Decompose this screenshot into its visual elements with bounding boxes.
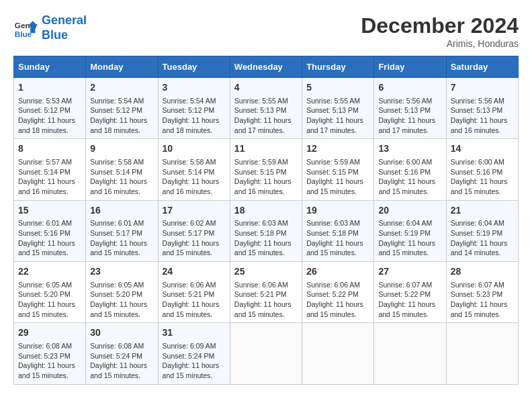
calendar-week-4: 22Sunrise: 6:05 AMSunset: 5:20 PMDayligh… [14, 262, 519, 323]
sunset-text: Sunset: 5:24 PM [90, 352, 142, 360]
calendar-cell: 20Sunrise: 6:04 AMSunset: 5:19 PMDayligh… [374, 200, 446, 261]
sunrise-text: Sunrise: 5:54 AM [163, 97, 216, 105]
calendar-cell: 1Sunrise: 5:53 AMSunset: 5:12 PMDaylight… [14, 78, 86, 139]
calendar-cell: 3Sunrise: 5:54 AMSunset: 5:12 PMDaylight… [158, 78, 230, 139]
sunrise-text: Sunrise: 6:03 AM [234, 219, 288, 227]
day-header-monday: Monday [86, 56, 158, 78]
calendar-week-1: 1Sunrise: 5:53 AMSunset: 5:12 PMDaylight… [14, 78, 519, 139]
calendar-cell: 22Sunrise: 6:05 AMSunset: 5:20 PMDayligh… [14, 262, 86, 323]
day-number: 27 [378, 265, 441, 279]
sunset-text: Sunset: 5:20 PM [90, 290, 142, 298]
calendar-cell: 12Sunrise: 5:59 AMSunset: 5:15 PMDayligh… [302, 139, 374, 200]
daylight-text: Daylight: 11 hours and 15 minutes. [378, 239, 435, 257]
sunset-text: Sunset: 5:23 PM [18, 352, 71, 360]
day-number: 14 [451, 142, 514, 156]
sunrise-text: Sunrise: 5:56 AM [451, 97, 504, 105]
day-number: 4 [234, 81, 298, 95]
daylight-text: Daylight: 11 hours and 14 minutes. [451, 239, 508, 257]
daylight-text: Daylight: 11 hours and 18 minutes. [163, 116, 220, 134]
calendar-cell: 10Sunrise: 5:58 AMSunset: 5:14 PMDayligh… [158, 139, 230, 200]
calendar-cell: 7Sunrise: 5:56 AMSunset: 5:13 PMDaylight… [446, 78, 518, 139]
calendar-cell: 5Sunrise: 5:55 AMSunset: 5:13 PMDaylight… [302, 78, 374, 139]
day-number: 23 [90, 265, 153, 279]
daylight-text: Daylight: 11 hours and 16 minutes. [234, 177, 292, 195]
daylight-text: Daylight: 11 hours and 17 minutes. [234, 116, 292, 134]
daylight-text: Daylight: 11 hours and 15 minutes. [163, 300, 220, 318]
calendar-cell: 29Sunrise: 6:08 AMSunset: 5:23 PMDayligh… [14, 323, 86, 384]
day-number: 11 [234, 142, 298, 156]
logo-text: General Blue [42, 13, 87, 42]
sunset-text: Sunset: 5:22 PM [306, 290, 359, 298]
sunset-text: Sunset: 5:12 PM [163, 106, 215, 114]
calendar-cell: 15Sunrise: 6:01 AMSunset: 5:16 PMDayligh… [14, 200, 86, 261]
calendar-week-3: 15Sunrise: 6:01 AMSunset: 5:16 PMDayligh… [14, 200, 519, 261]
sunset-text: Sunset: 5:17 PM [90, 229, 142, 237]
calendar-table: SundayMondayTuesdayWednesdayThursdayFrid… [13, 56, 519, 385]
calendar-cell: 16Sunrise: 6:01 AMSunset: 5:17 PMDayligh… [86, 200, 158, 261]
calendar-cell: 13Sunrise: 6:00 AMSunset: 5:16 PMDayligh… [374, 139, 446, 200]
day-number: 26 [306, 265, 369, 279]
day-number: 19 [306, 204, 369, 218]
sunrise-text: Sunrise: 6:04 AM [378, 219, 432, 227]
daylight-text: Daylight: 11 hours and 15 minutes. [18, 300, 75, 318]
day-header-friday: Friday [374, 56, 446, 78]
daylight-text: Daylight: 11 hours and 17 minutes. [306, 116, 363, 134]
month-title: December 2024 [361, 13, 519, 38]
title-area: December 2024 Arimis, Honduras [361, 13, 519, 49]
daylight-text: Daylight: 11 hours and 16 minutes. [163, 177, 220, 195]
sunrise-text: Sunrise: 6:05 AM [18, 281, 72, 289]
calendar-cell: 8Sunrise: 5:57 AMSunset: 5:14 PMDaylight… [14, 139, 86, 200]
sunrise-text: Sunrise: 6:00 AM [451, 158, 504, 166]
logo: General Blue General Blue [13, 13, 87, 42]
calendar-cell: 18Sunrise: 6:03 AMSunset: 5:18 PMDayligh… [230, 200, 302, 261]
day-number: 3 [163, 81, 226, 95]
svg-text:Blue: Blue [15, 29, 32, 38]
calendar-cell: 25Sunrise: 6:06 AMSunset: 5:21 PMDayligh… [230, 262, 302, 323]
sunrise-text: Sunrise: 5:58 AM [163, 158, 216, 166]
sunset-text: Sunset: 5:23 PM [451, 290, 503, 298]
day-number: 25 [234, 265, 298, 279]
sunset-text: Sunset: 5:14 PM [90, 168, 142, 176]
sunrise-text: Sunrise: 5:58 AM [90, 158, 144, 166]
calendar-cell: 9Sunrise: 5:58 AMSunset: 5:14 PMDaylight… [86, 139, 158, 200]
calendar-cell: 28Sunrise: 6:07 AMSunset: 5:23 PMDayligh… [446, 262, 518, 323]
sunset-text: Sunset: 5:14 PM [18, 168, 71, 176]
calendar-cell: 31Sunrise: 6:09 AMSunset: 5:24 PMDayligh… [158, 323, 230, 384]
sunrise-text: Sunrise: 5:54 AM [90, 97, 144, 105]
daylight-text: Daylight: 11 hours and 17 minutes. [378, 116, 435, 134]
calendar-cell: 11Sunrise: 5:59 AMSunset: 5:15 PMDayligh… [230, 139, 302, 200]
sunrise-text: Sunrise: 6:01 AM [18, 219, 72, 227]
day-number: 9 [90, 142, 153, 156]
calendar-cell: 26Sunrise: 6:06 AMSunset: 5:22 PMDayligh… [302, 262, 374, 323]
calendar-cell [230, 323, 302, 384]
calendar-cell: 14Sunrise: 6:00 AMSunset: 5:16 PMDayligh… [446, 139, 518, 200]
sunset-text: Sunset: 5:12 PM [18, 106, 71, 114]
daylight-text: Daylight: 11 hours and 15 minutes. [90, 300, 147, 318]
daylight-text: Daylight: 11 hours and 15 minutes. [234, 239, 292, 257]
day-header-sunday: Sunday [14, 56, 86, 78]
sunrise-text: Sunrise: 6:06 AM [163, 281, 216, 289]
sunrise-text: Sunrise: 6:00 AM [378, 158, 432, 166]
day-number: 29 [18, 326, 81, 340]
sunrise-text: Sunrise: 6:06 AM [234, 281, 288, 289]
sunrise-text: Sunrise: 6:07 AM [378, 281, 432, 289]
sunset-text: Sunset: 5:14 PM [163, 168, 215, 176]
day-number: 20 [378, 204, 441, 218]
location-subtitle: Arimis, Honduras [361, 38, 519, 49]
day-number: 30 [90, 326, 153, 340]
sunrise-text: Sunrise: 5:59 AM [234, 158, 288, 166]
sunrise-text: Sunrise: 5:59 AM [306, 158, 360, 166]
day-header-wednesday: Wednesday [230, 56, 302, 78]
sunrise-text: Sunrise: 5:55 AM [234, 97, 288, 105]
sunset-text: Sunset: 5:20 PM [18, 290, 71, 298]
sunset-text: Sunset: 5:18 PM [306, 229, 359, 237]
day-header-saturday: Saturday [446, 56, 518, 78]
sunset-text: Sunset: 5:16 PM [378, 168, 431, 176]
day-number: 17 [163, 204, 226, 218]
daylight-text: Daylight: 11 hours and 15 minutes. [306, 239, 363, 257]
daylight-text: Daylight: 11 hours and 15 minutes. [451, 177, 508, 195]
daylight-text: Daylight: 11 hours and 18 minutes. [18, 116, 75, 134]
sunset-text: Sunset: 5:18 PM [234, 229, 287, 237]
daylight-text: Daylight: 11 hours and 15 minutes. [163, 361, 220, 379]
daylight-text: Daylight: 11 hours and 15 minutes. [451, 300, 508, 318]
